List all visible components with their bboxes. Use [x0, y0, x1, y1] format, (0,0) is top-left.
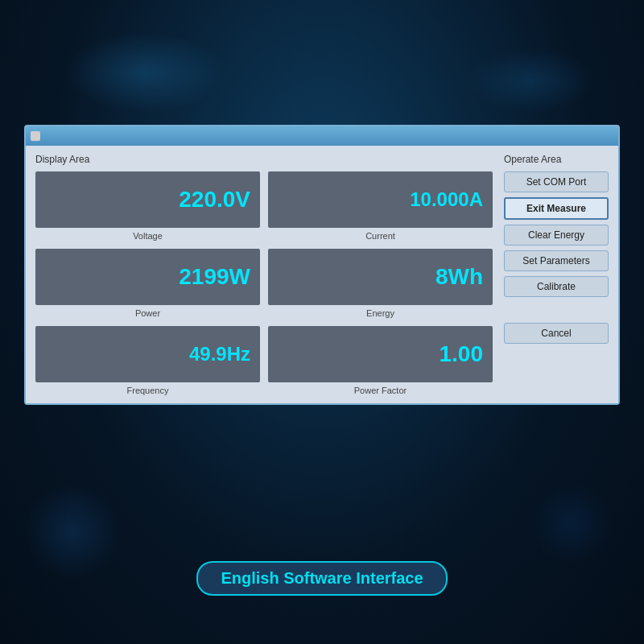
metric-value-voltage: 220.0V [179, 187, 250, 213]
display-area: Display Area 220.0V Voltage 10.000A Curr… [35, 154, 493, 395]
window-content: Display Area 220.0V Voltage 10.000A Curr… [26, 146, 618, 403]
bottom-label: English Software Interface [196, 561, 447, 596]
metric-label-current: Current [365, 231, 395, 241]
main-window: Display Area 220.0V Voltage 10.000A Curr… [24, 125, 620, 405]
bg-decoration-4 [531, 483, 612, 564]
metric-display-energy: 8Wh [268, 249, 493, 305]
metric-label-power: Power [135, 308, 160, 318]
bg-decoration-2 [467, 48, 596, 113]
metrics-grid: 220.0V Voltage 10.000A Current 2199W [35, 171, 493, 395]
metric-value-power-factor: 1.00 [440, 341, 484, 367]
bg-decoration-1 [64, 32, 225, 113]
metric-display-frequency: 49.9Hz [35, 326, 260, 382]
metric-display-power: 2199W [35, 249, 260, 305]
metric-display-current: 10.000A [268, 171, 493, 228]
metric-value-frequency: 49.9Hz [189, 343, 250, 365]
metric-label-frequency: Frequency [127, 386, 169, 395]
metric-label-voltage: Voltage [133, 231, 163, 241]
operate-area: Operate Area Set COM Port Exit Measure C… [504, 154, 609, 395]
metric-display-power-factor: 1.00 [268, 326, 493, 382]
cancel-button[interactable]: Cancel [504, 323, 609, 344]
metric-block-current: 10.000A Current [268, 171, 493, 241]
operate-area-label: Operate Area [504, 154, 609, 165]
exit-measure-button[interactable]: Exit Measure [504, 197, 609, 220]
title-bar [26, 126, 618, 146]
title-bar-icon [31, 131, 40, 141]
calibrate-button[interactable]: Calibrate [504, 276, 609, 297]
display-area-label: Display Area [35, 154, 493, 165]
button-spacer [504, 302, 609, 318]
metric-value-current: 10.000A [410, 188, 483, 211]
metric-block-power: 2199W Power [35, 249, 260, 318]
metric-display-voltage: 220.0V [35, 171, 260, 228]
metric-value-energy: 8Wh [436, 264, 483, 290]
metric-value-power: 2199W [179, 264, 250, 290]
bottom-label-wrapper: English Software Interface [0, 561, 644, 596]
metric-label-energy: Energy [366, 308, 394, 318]
set-com-port-button[interactable]: Set COM Port [504, 171, 609, 192]
metric-block-voltage: 220.0V Voltage [35, 171, 260, 241]
clear-energy-button[interactable]: Clear Energy [504, 225, 609, 246]
metric-label-power-factor: Power Factor [354, 386, 407, 395]
set-parameters-button[interactable]: Set Parameters [504, 250, 609, 271]
metric-block-energy: 8Wh Energy [268, 249, 493, 318]
metric-block-frequency: 49.9Hz Frequency [35, 326, 260, 395]
metric-block-power-factor: 1.00 Power Factor [268, 326, 493, 395]
op-buttons: Set COM Port Exit Measure Clear Energy S… [504, 171, 609, 344]
